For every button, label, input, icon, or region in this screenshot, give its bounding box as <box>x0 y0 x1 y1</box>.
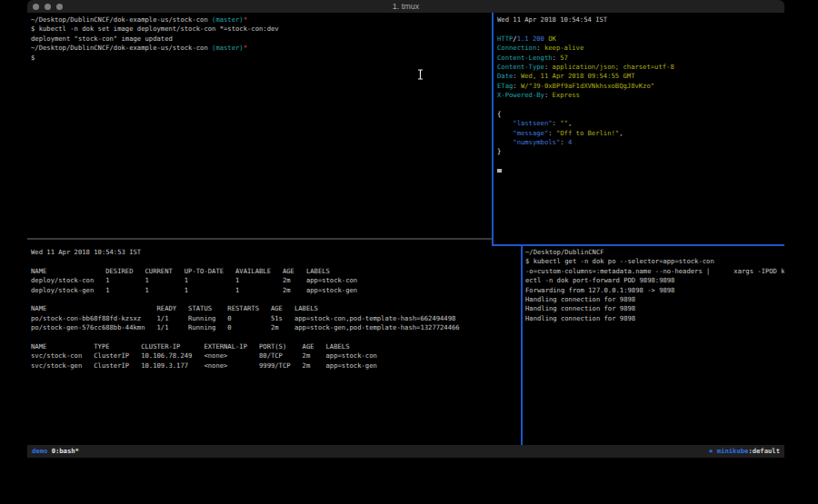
terminal-line: Wed 11 Apr 2018 10:54:53 IST <box>31 248 524 257</box>
terminal-line: deploy/stock-gen 1 1 1 1 2m app=stock-ge… <box>31 286 524 295</box>
pane-divider-vertical-bottom[interactable] <box>521 246 523 445</box>
terminal-line: { <box>497 110 784 119</box>
cursor-block <box>497 169 502 173</box>
terminal-line: HTTP/1.1 200 OK <box>497 35 784 44</box>
session-name[interactable]: demo <box>32 447 47 455</box>
terminal-line: Wed 11 Apr 2018 10:54:54 IST <box>497 15 784 25</box>
terminal-line: NAME READY STATUS RESTARTS AGE LABELS <box>31 304 524 313</box>
terminal-line: ~/Desktop/DublinCNCF/dok-example-us/stoc… <box>31 44 495 53</box>
terminal-line: Handling connection for 9898 <box>525 304 784 313</box>
terminal-line: -o=custom-columns=:metadata.name --no-he… <box>525 267 784 276</box>
terminal-line: $ <box>31 54 495 63</box>
kube-context: minikube <box>717 447 749 455</box>
terminal-line: "numsymbols": 4 <box>497 138 784 147</box>
terminal-line: ETag: W/"39-0xBPf9aF1dXVNkhsxoBQgJ8vKzo" <box>497 82 784 91</box>
mouse-cursor-ibeam <box>417 66 424 77</box>
tmux-status-bar: demo 0:bash* ⎈ minikube:default <box>27 445 784 458</box>
terminal-line: "message": "Off to Berlin!", <box>497 129 784 138</box>
terminal-line: deploy/stock-con 1 1 1 1 2m app=stock-co… <box>31 276 524 285</box>
terminal-line <box>31 257 524 266</box>
terminal-line <box>31 295 524 304</box>
terminal-line: Forwarding from 127.0.0.1:9898 -> 9898 <box>525 286 784 295</box>
terminal-line: $ kubectl -n dok set image deployment/st… <box>31 25 495 34</box>
terminal-line: deployment "stock-con" image updated <box>31 35 495 44</box>
pane-top-left-shell[interactable]: ~/Desktop/DublinCNCF/dok-example-us/stoc… <box>27 13 495 241</box>
terminal-line: Content-Type: application/json; charset=… <box>497 63 784 72</box>
terminal-line <box>497 157 784 166</box>
terminal-line: po/stock-gen-576cc688bb-44kmn 1/1 Runnin… <box>31 323 524 332</box>
terminal-line: $ kubectl get -n dok po --selector=app=s… <box>525 257 784 266</box>
pane-top-right-http-response[interactable]: Wed 11 Apr 2018 10:54:54 IST HTTP/1.1 20… <box>494 13 784 247</box>
terminal-line: svc/stock-gen ClusterIP 10.109.3.177 <no… <box>31 361 524 371</box>
terminal-line: ectl -n dok port-forward POD 9898:9898 <box>525 276 784 285</box>
terminal-line: X-Powered-By: Express <box>497 91 784 100</box>
terminal-line: ~/Desktop/DublinCNCF <box>525 248 784 257</box>
kube-namespace: :default <box>748 447 780 455</box>
terminal-line: Connection: keep-alive <box>497 44 784 53</box>
terminal-line: } <box>497 147 784 156</box>
pane-divider-vertical-top[interactable] <box>492 13 494 244</box>
terminal-window: 1. tmux ~/Desktop/DublinCNCF/dok-example… <box>27 0 784 462</box>
status-right: ⎈ minikube:default <box>709 445 780 458</box>
terminal-line: NAME TYPE CLUSTER-IP EXTERNAL-IP PORT(S)… <box>31 342 524 351</box>
terminal-line <box>497 101 784 110</box>
terminal-line: NAME DESIRED CURRENT UP-TO-DATE AVAILABL… <box>31 267 524 276</box>
terminal-line <box>497 166 784 175</box>
desktop-background: 1. tmux ~/Desktop/DublinCNCF/dok-example… <box>0 0 818 504</box>
terminal-line: Handling connection for 9898 <box>525 295 784 304</box>
terminal-line: Date: Wed, 11 Apr 2018 09:54:55 GMT <box>497 72 784 81</box>
pane-bottom-left-kubectl-get[interactable]: Wed 11 Apr 2018 10:54:53 IST NAME DESIRE… <box>27 240 524 453</box>
window-tab-bash[interactable]: 0:bash* <box>47 447 79 455</box>
terminal-line <box>497 25 784 34</box>
terminal-line <box>31 333 524 342</box>
terminal-line: Content-Length: 57 <box>497 54 784 63</box>
kubernetes-helm-icon: ⎈ <box>709 447 717 455</box>
pane-bottom-right-port-forward[interactable]: ~/Desktop/DublinCNCF$ kubectl get -n dok… <box>524 246 784 447</box>
terminal-line: Handling connection for 9898 <box>525 314 784 323</box>
terminal-line: po/stock-con-bb68f88fd-kzsxz 1/1 Running… <box>31 314 524 323</box>
tmux-session: ~/Desktop/DublinCNCF/dok-example-us/stoc… <box>27 0 784 462</box>
status-left: demo 0:bash* <box>32 445 79 458</box>
terminal-line: ~/Desktop/DublinCNCF/dok-example-us/stoc… <box>31 15 495 25</box>
terminal-line: "lastseen": "", <box>497 119 784 128</box>
terminal-line: svc/stock-con ClusterIP 10.106.78.249 <n… <box>31 351 524 361</box>
